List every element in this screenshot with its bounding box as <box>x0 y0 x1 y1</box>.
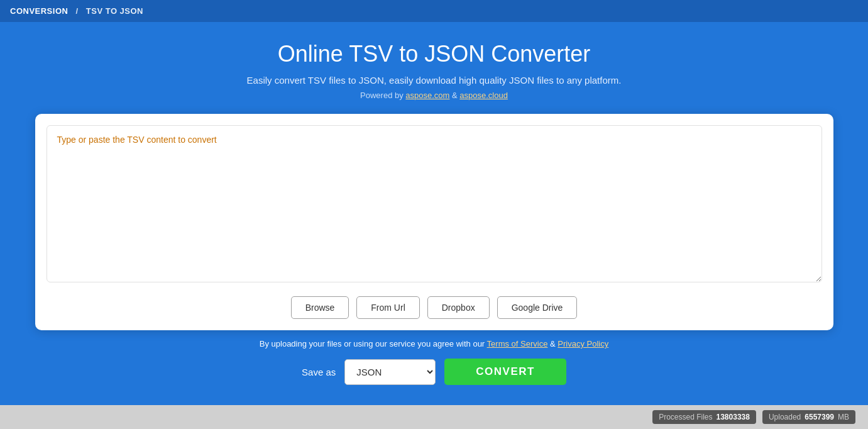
browse-button[interactable]: Browse <box>291 296 349 319</box>
privacy-link[interactable]: Privacy Policy <box>558 339 608 348</box>
terms-ampersand: & <box>547 339 558 348</box>
save-as-label: Save as <box>302 367 336 377</box>
breadcrumb: CONVERSION / TSV TO JSON <box>10 6 143 16</box>
powered-by-prefix: Powered by <box>360 91 405 100</box>
subtitle: Easily convert TSV files to JSON, easily… <box>247 75 622 86</box>
uploaded-label: Uploaded <box>769 413 801 421</box>
footer-bar: Processed Files 13803338 Uploaded 655739… <box>0 405 868 429</box>
tsv-input[interactable] <box>47 125 822 282</box>
terms-prefix: By uploading your files or using our ser… <box>260 339 487 348</box>
tos-link[interactable]: Terms of Service <box>487 339 548 348</box>
convert-button[interactable]: CONVERT <box>444 359 566 385</box>
uploaded-badge: Uploaded 6557399 MB <box>762 410 855 424</box>
main-content: Online TSV to JSON Converter Easily conv… <box>0 22 868 405</box>
google-drive-button[interactable]: Google Drive <box>497 296 578 319</box>
aspose-cloud-link[interactable]: aspose.cloud <box>459 91 508 100</box>
breadcrumb-separator: / <box>76 6 79 16</box>
uploaded-value: 6557399 <box>805 413 834 421</box>
breadcrumb-current: TSV TO JSON <box>86 6 143 16</box>
dropbox-button[interactable]: Dropbox <box>427 296 490 319</box>
converter-card: Browse From Url Dropbox Google Drive <box>35 114 833 330</box>
aspose-com-link[interactable]: aspose.com <box>405 91 449 100</box>
processed-files-value: 13803338 <box>717 413 750 421</box>
file-buttons-row: Browse From Url Dropbox Google Drive <box>47 296 822 319</box>
page-title: Online TSV to JSON Converter <box>278 41 591 67</box>
processed-files-badge: Processed Files 13803338 <box>652 410 756 424</box>
format-select[interactable]: JSON XML CSV TSV HTML <box>344 359 436 385</box>
convert-row: Save as JSON XML CSV TSV HTML CONVERT <box>302 359 566 385</box>
processed-files-label: Processed Files <box>659 413 712 421</box>
from-url-button[interactable]: From Url <box>356 296 419 319</box>
ampersand: & <box>449 91 459 100</box>
powered-by: Powered by aspose.com & aspose.cloud <box>360 91 508 100</box>
uploaded-unit: MB <box>838 413 849 421</box>
terms-row: By uploading your files or using our ser… <box>260 339 608 348</box>
breadcrumb-conversion[interactable]: CONVERSION <box>10 6 68 16</box>
top-bar: CONVERSION / TSV TO JSON <box>0 0 868 22</box>
